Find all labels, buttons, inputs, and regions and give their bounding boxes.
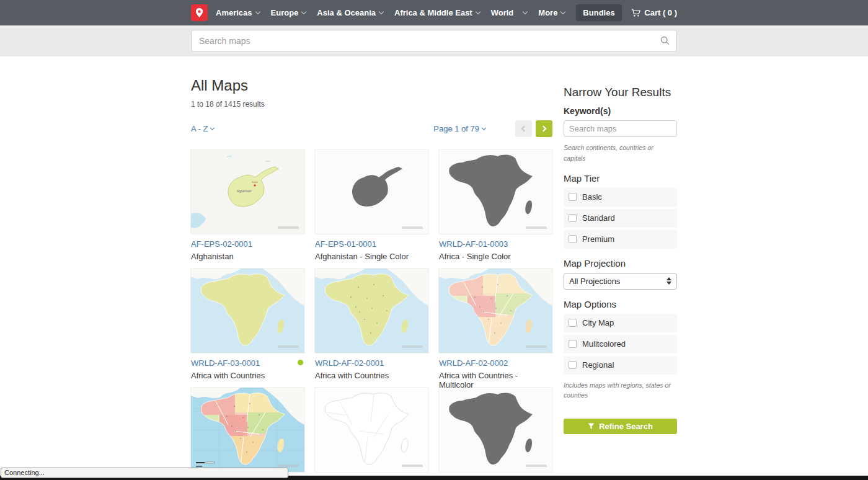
filter-funnel-icon [588,423,595,430]
status-message: Connecting... [1,468,288,478]
chevron-down-icon [560,9,565,14]
nav-item-more[interactable]: More [538,8,565,17]
map-name: Afghanistan [191,252,304,261]
map-thumbnail-africaGray[interactable] [439,388,552,472]
keyword-hint: Search continents, countries or capitals [564,143,677,164]
card-caption: WRLD-AF-02-0001 Africa with Countries [315,353,428,380]
map-card: WRLD-AF-03-0001 Africa with Countries [191,269,304,388]
nav-item-bundles[interactable]: Bundles [576,4,621,21]
page-label: Page 1 of 79 [433,124,479,133]
card-caption: AF-EPS-01-0001 Afghanistan - Single Colo… [315,234,428,261]
projection-value: All Projections [569,277,620,286]
map-card: WRLD-AF-02-0002 Africa with Countries - … [439,269,552,388]
nav-menu: AmericasEuropeAsia & OceaniaAfrica & Mid… [216,8,576,17]
filters-sidebar: Narrow Your Results Keyword(s) Search co… [564,77,677,480]
options-hint: Includes maps with regions, states or co… [564,380,677,401]
keyword-input[interactable] [564,120,677,137]
top-navigation: AmericasEuropeAsia & OceaniaAfrica & Mid… [0,0,868,25]
map-code-link[interactable]: WRLD-AF-02-0002 [439,358,508,368]
map-card: AF-EPS-01-0001 Afghanistan - Single Colo… [315,149,428,269]
map-thumbnail-afColor[interactable]: Afghanistan Kabul [191,149,304,234]
tier-checkbox-standard[interactable]: Standard [564,209,677,228]
card-caption: WRLD-AF-03-0001 Africa with Countries [191,353,304,380]
map-options-group: City Map Mulitcolored Regional [564,314,677,375]
chevron-down-icon [482,125,486,130]
location-pin-icon [194,7,205,18]
map-thumbnail-africaGreen[interactable] [191,269,304,353]
search-icon[interactable] [660,35,670,48]
map-code-link[interactable]: WRLD-AF-01-0003 [439,239,508,249]
search-input[interactable] [191,30,677,52]
nav-item-label: Africa & Middle East [394,8,472,17]
checkbox[interactable] [569,361,577,369]
results-toolbar: A - Z Page 1 of 79 [191,120,552,137]
nav-item-africa-middle-east[interactable]: Africa & Middle East [394,8,480,17]
card-caption: WRLD-AF-01-0003 Africa - Single Color [439,234,552,261]
sort-dropdown[interactable]: A - Z [191,124,214,133]
checkbox[interactable] [569,319,577,327]
tier-checkbox-premium[interactable]: Premium [564,230,677,249]
option-checkbox-regional[interactable]: Regional [564,356,677,375]
chevron-down-icon [301,9,306,14]
nav-item-americas[interactable]: Americas [216,8,260,17]
map-card: WRLD-AF-01-0001 [439,388,552,480]
nav-item-label: World [491,8,514,17]
map-thumbnail-afGray[interactable] [315,149,428,234]
map-code-link[interactable]: AF-EPS-01-0001 [315,239,376,249]
map-tier-group: Basic Standard Premium [564,188,677,249]
map-results-grid: Afghanistan Kabul AF-EPS-02-0001 Afghani… [191,149,552,480]
chevron-right-icon [541,126,547,132]
map-card: WRLD-AF-03-0002 [191,388,304,480]
map-thumbnail-africaGreenLabels[interactable] [315,269,428,353]
map-thumbnail-africaMultiDetail[interactable] [191,388,304,472]
cart-button[interactable]: Cart ( 0 ) [631,8,677,17]
previous-page-button[interactable] [515,120,532,137]
chevron-left-icon [521,126,528,132]
card-caption: WRLD-AF-02-0002 Africa with Countries - … [439,353,552,389]
map-code-link[interactable]: WRLD-AF-02-0001 [315,358,384,368]
option-checkbox-mulitcolored[interactable]: Mulitcolored [564,335,677,353]
nav-item-europe[interactable]: Europe [271,8,306,17]
map-card: WRLD-AF-01-0002 [315,388,428,480]
checkbox-label: Standard [582,213,615,223]
map-card: WRLD-AF-01-0003 Africa - Single Color [439,149,552,269]
map-thumbnail-africaMulti[interactable] [439,269,552,353]
map-name: Afghanistan - Single Color [315,252,428,261]
card-caption: AF-EPS-02-0001 Afghanistan [191,234,304,261]
chevron-down-icon [523,9,528,14]
checkbox[interactable] [569,340,577,348]
checkbox[interactable] [569,214,577,222]
tier-checkbox-basic[interactable]: Basic [564,188,677,207]
map-code-link[interactable]: AF-EPS-02-0001 [191,239,252,249]
checkbox[interactable] [569,235,577,243]
nav-item-asia-oceania[interactable]: Asia & Oceania [317,8,383,17]
option-checkbox-city-map[interactable]: City Map [564,314,677,332]
sort-label: A - Z [191,124,208,133]
chevron-down-icon [379,9,384,14]
map-code-link[interactable]: WRLD-AF-03-0001 [191,358,260,368]
nav-item-label: Americas [216,8,252,17]
nav-item-world[interactable]: World [491,8,528,17]
nav-item-label: More [538,8,557,17]
cart-icon [631,9,641,17]
refine-search-label: Refine Search [599,422,653,431]
page-title: All Maps [191,77,552,94]
map-projection-heading: Map Projection [564,258,677,269]
page-dropdown[interactable]: Page 1 of 79 [433,124,485,133]
select-arrows-icon [666,277,671,285]
map-tier-heading: Map Tier [564,173,677,184]
map-card: Afghanistan Kabul AF-EPS-02-0001 Afghani… [191,149,304,269]
sidebar-title: Narrow Your Results [564,86,677,99]
projection-select[interactable]: All Projections [564,273,677,290]
svg-text:Afghanistan: Afghanistan [237,190,252,193]
map-thumbnail-africaGray[interactable] [439,149,552,234]
checkbox[interactable] [569,193,577,201]
cart-label: Cart ( 0 ) [644,8,677,17]
map-thumbnail-africaOutline[interactable] [315,388,428,472]
keyword-label: Keyword(s) [564,106,677,116]
refine-search-button[interactable]: Refine Search [564,419,677,434]
next-page-button[interactable] [536,120,552,137]
map-name: Africa with Countries [191,371,304,380]
site-logo[interactable] [191,4,208,21]
map-name: Africa - Single Color [439,252,552,261]
